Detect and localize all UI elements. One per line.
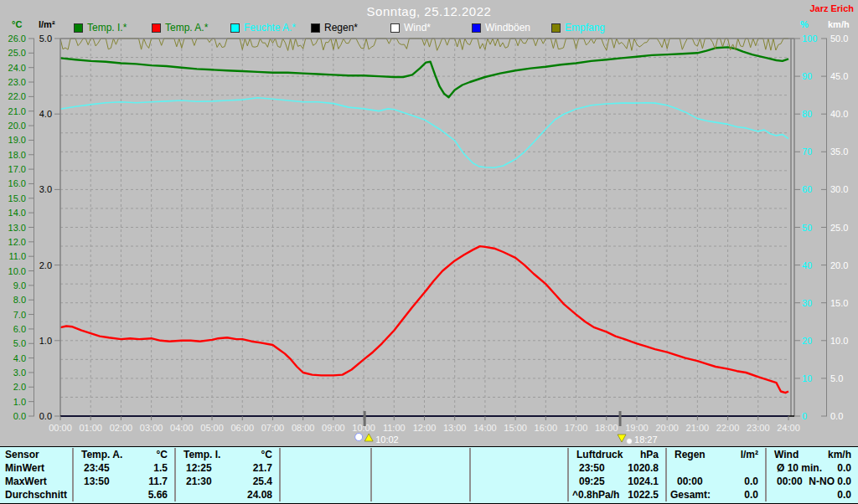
x-axis-label: 15:00	[504, 423, 527, 433]
x-axis-label: 17:00	[565, 423, 588, 433]
x-axis-label: 01:00	[79, 423, 102, 433]
table-cell-time: 21:30	[176, 475, 212, 488]
table-col-unit: °C	[157, 448, 174, 461]
x-axis-label: 23:00	[747, 423, 770, 433]
temp-axis-label: 4.0	[13, 353, 26, 363]
temp-axis-label: 16.0	[8, 178, 26, 188]
windspeed-axis-label: 10.0	[830, 336, 848, 346]
table-cell-time: 23:50	[569, 461, 605, 475]
rain-axis-label: 0.0	[39, 411, 52, 421]
temp-axis-label: 13.0	[8, 223, 26, 233]
x-axis-label: 08:00	[292, 423, 315, 433]
table-cell-value: 1020.8	[628, 461, 665, 475]
table-cell-time: Ø 10 min.	[767, 461, 822, 475]
table-cell-value: 1024.1	[628, 475, 665, 488]
temp-axis-label: 5.0	[13, 338, 26, 348]
x-axis-label: 00:00	[49, 423, 72, 433]
table-cell-value: 0.0	[744, 488, 765, 501]
table-cell-time: 23:45	[74, 461, 110, 475]
temp-axis-label: 6.0	[13, 324, 26, 334]
rain-axis: 5.04.03.02.01.00.0	[39, 33, 60, 421]
table-cell-time: 00:00	[767, 475, 803, 488]
temp-axis-label: 21.0	[8, 106, 26, 116]
temp-axis-label: 14.0	[8, 208, 26, 218]
temp-axis-label: 26.0	[8, 33, 26, 44]
windspeed-axis-label: 30.0	[830, 184, 848, 194]
table-cell-time: ^0.8hPa/h	[569, 488, 619, 501]
marker-time-label: 18:27	[634, 435, 658, 445]
table-cell-value: 21.7	[253, 461, 279, 475]
table-col-wind: Windkm/hØ 10 min.0.000:00N-NO 0.00.0	[765, 448, 858, 501]
x-axis-label: 22:00	[716, 423, 740, 433]
table-cell-value: 24.08	[247, 488, 279, 501]
windspeed-axis-label: 15.0	[830, 298, 848, 308]
x-axis-label: 19:00	[625, 423, 649, 433]
temp-axis: 26.025.024.023.022.021.020.019.018.017.0…	[8, 33, 34, 421]
table-col-empty	[370, 448, 469, 501]
x-axis-label: 04:00	[170, 423, 194, 433]
table-row-labels: SensorMinWertMaxWertDurchschnitt	[0, 448, 72, 501]
chart-plot[interactable]: 26.025.024.023.022.021.020.019.018.017.0…	[0, 0, 858, 446]
marker-icon	[355, 434, 363, 441]
humidity-axis-label: 70	[802, 147, 812, 157]
temp-axis-label: 9.0	[13, 280, 26, 291]
table-cell-value	[758, 461, 765, 475]
table-col-empty	[469, 448, 567, 501]
x-axis-label: 03:00	[140, 423, 163, 433]
table-col-tempi: Temp. I.°C12:2521.721:3025.424.08	[174, 448, 279, 501]
temp-axis-label: 18.0	[8, 150, 26, 160]
table-col-luftdruck: LuftdruckhPa23:501020.809:251024.1^0.8hP…	[567, 448, 665, 501]
table-col-tempa: Temp. A.°C23:451.513:5011.75.66	[72, 448, 174, 501]
windspeed-axis-label: 25.0	[830, 223, 848, 233]
table-row-label: MaxWert	[0, 475, 47, 488]
table-col-unit: °C	[261, 448, 279, 461]
table-cell-time: 13:50	[74, 475, 110, 488]
windspeed-axis-label: 45.0	[830, 71, 848, 81]
x-axis-label: 16:00	[535, 423, 558, 433]
temp-axis-label: 0.0	[13, 411, 26, 421]
x-axis-label: 24:00	[777, 423, 800, 433]
temp-axis-label: 7.0	[13, 310, 26, 320]
table-row-label: Sensor	[0, 448, 39, 461]
x-axis-label: 09:00	[322, 423, 345, 433]
x-axis-label: 18:00	[595, 423, 618, 433]
table-col-regen: Regenl/m²00:000.0Gesamt:0.0	[665, 448, 765, 501]
table-cell-time: 00:00	[667, 475, 703, 488]
rain-axis-label: 4.0	[39, 109, 52, 119]
temp-axis-label: 3.0	[13, 368, 26, 378]
table-cell-value: 0.0	[837, 461, 858, 475]
humidity-axis-label: 30	[802, 298, 812, 308]
x-axis-label: 12:00	[413, 423, 437, 433]
table-col-header: Temp. A.	[74, 448, 122, 461]
humidity-axis-label: 10	[802, 373, 812, 383]
humidity-axis-label: 0	[802, 411, 807, 421]
x-axis-label: 07:00	[261, 423, 285, 433]
rain-axis-label: 5.0	[39, 33, 52, 44]
table-cell-time: Gesamt:	[667, 488, 711, 501]
table-cell-value: 0.0	[837, 488, 858, 501]
humidity-axis-label: 20	[802, 336, 812, 346]
table-col-unit: hPa	[640, 448, 665, 461]
temp-axis-label: 25.0	[8, 48, 26, 58]
table-cell-time: 09:25	[569, 475, 605, 488]
rain-axis-label: 3.0	[39, 184, 52, 194]
stats-table: SensorMinWertMaxWertDurchschnittTemp. A.…	[0, 446, 858, 504]
x-axis-label: 02:00	[110, 423, 133, 433]
table-col-empty	[279, 448, 370, 501]
table-cell-time	[667, 461, 677, 475]
table-cell-time	[74, 488, 77, 501]
humidity-axis-label: 60	[802, 184, 812, 194]
x-axis-label: 13:00	[443, 423, 467, 433]
windspeed-axis: 50.045.040.035.030.025.020.015.010.05.00…	[821, 33, 848, 421]
temp-axis-label: 8.0	[13, 295, 26, 305]
x-axis-label: 06:00	[230, 423, 254, 433]
table-cell-value: 5.66	[148, 488, 174, 501]
temp-axis-label: 22.0	[8, 91, 26, 101]
humidity-axis-label: 90	[802, 71, 812, 81]
x-axis-label: 14:00	[473, 423, 497, 433]
sun-up-arrow-icon	[364, 434, 373, 441]
x-axis-label: 21:00	[686, 423, 710, 433]
humidity-axis: 1009080706050403020100	[794, 33, 817, 421]
table-cell-time	[767, 488, 770, 501]
temp-axis-label: 15.0	[8, 193, 26, 203]
